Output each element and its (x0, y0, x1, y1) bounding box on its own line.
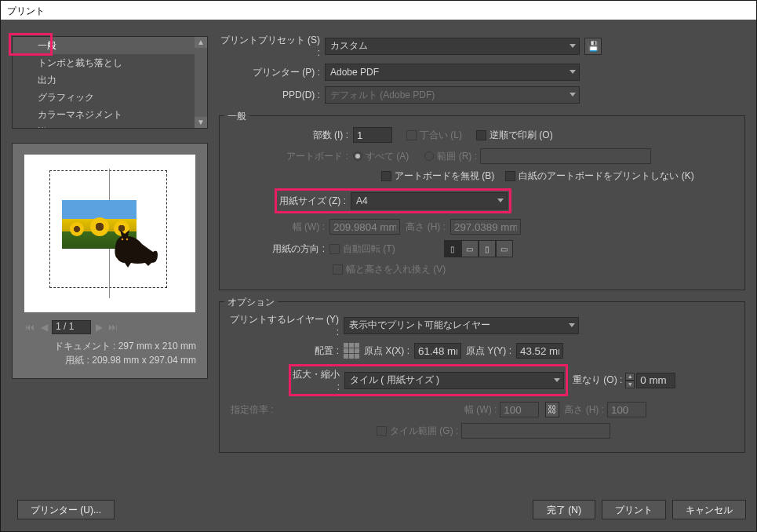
section-item-advanced[interactable]: 詳細 (13, 123, 207, 129)
skip-blank-checkbox[interactable] (505, 171, 515, 181)
pager-last-icon[interactable]: ⏭ (107, 321, 119, 333)
tile-range-input (461, 423, 610, 439)
paper-size-select[interactable]: A4 (351, 192, 508, 210)
link-wh-icon[interactable]: ⛓ (545, 402, 559, 417)
highlight-scale: 拡大・縮小 : タイル ( 用紙サイズ ) (289, 364, 568, 396)
overlap-stepper[interactable]: ▲▼ (625, 373, 675, 388)
artboard-label: アートボード : (227, 150, 353, 163)
print-button[interactable]: プリント (602, 500, 666, 519)
save-preset-icon[interactable]: 💾 (584, 38, 602, 55)
printer-select[interactable]: Adobe PDF (325, 64, 580, 81)
options-legend: オプション (224, 296, 278, 309)
paper-width-label: 幅 (W) : (227, 220, 329, 234)
auto-rotate-checkbox (329, 244, 340, 254)
preview-cat-icon (109, 227, 164, 271)
artboard-all-radio (353, 151, 362, 161)
auto-rotate-label: 自動回転 (T) (343, 242, 395, 256)
overlap-input[interactable] (636, 373, 675, 388)
section-list[interactable]: 一般 トンボと裁ち落とし 出力 グラフィック カラーマネジメント 詳細 ▲ ▼ (12, 36, 208, 129)
tile-range-label: タイル範囲 (G) : (390, 425, 458, 438)
pager-field[interactable]: 1 / 1 (52, 320, 91, 334)
preset-label: プリントプリセット (S) : (219, 34, 325, 58)
skip-blank-label: 白紙のアートボードをプリントしない (K) (519, 169, 693, 183)
copies-label: 部数 (I) : (227, 129, 353, 142)
ignore-artboard-label: アートボードを無視 (B) (395, 169, 494, 183)
swap-wh-checkbox (333, 264, 343, 275)
cancel-button[interactable]: キャンセル (672, 500, 746, 519)
ppd-select: デフォルト (Adobe PDF) (325, 86, 580, 104)
origin-y-label: 原点 Y(Y) : (466, 344, 511, 358)
preset-select[interactable]: カスタム (325, 38, 580, 55)
paper-size-text: 用紙 : 209.98 mm x 297.04 mm (24, 353, 196, 367)
svg-point-0 (122, 239, 123, 240)
ignore-artboard-checkbox[interactable] (381, 171, 391, 181)
orient-landscape-right-icon[interactable]: ▭ (496, 240, 513, 257)
window-title: プリント (1, 1, 756, 20)
artboard-range-label: 範囲 (R) : (437, 150, 477, 163)
orient-portrait-down-icon[interactable]: ▯ (479, 240, 496, 257)
section-item-general[interactable]: 一般 (13, 37, 207, 54)
orient-landscape-left-icon[interactable]: ▭ (461, 240, 479, 257)
scale-select[interactable]: タイル ( 用紙サイズ ) (344, 372, 564, 389)
orient-portrait-up-icon[interactable]: ▯ (444, 240, 461, 257)
ratio-label: 指定倍率 : (227, 403, 282, 417)
paper-width-input (329, 219, 400, 235)
doc-size-text: ドキュメント : 297 mm x 210 mm (24, 339, 196, 353)
artboard-range-radio (424, 151, 434, 161)
origin-x-label: 原点 X(X) : (364, 344, 409, 358)
printer-setup-button[interactable]: プリンター (U)... (17, 500, 115, 519)
pager-first-icon[interactable]: ⏮ (24, 321, 36, 333)
pager-next-icon[interactable]: ▶ (93, 321, 105, 333)
overlap-label: 重なり (O) : (573, 373, 622, 387)
section-item-marks[interactable]: トンボと裁ち落とし (13, 54, 207, 71)
section-item-color[interactable]: カラーマネジメント (13, 106, 207, 123)
section-item-output[interactable]: 出力 (13, 71, 207, 89)
list-scrollbar[interactable]: ▲ ▼ (195, 37, 207, 128)
done-button[interactable]: 完了 (N) (533, 500, 595, 519)
reverse-checkbox[interactable] (476, 130, 486, 140)
highlight-paper-size: 用紙サイズ (Z) : A4 (275, 188, 511, 213)
pager-prev-icon[interactable]: ◀ (38, 321, 50, 333)
layers-label: プリントするレイヤー (Y) : (227, 313, 344, 337)
reverse-label: 逆順で印刷 (O) (490, 129, 553, 142)
printer-label: プリンター (P) : (219, 66, 325, 79)
artboard-range-input (480, 148, 651, 164)
origin-y-input[interactable] (516, 343, 563, 359)
orientation-buttons[interactable]: ▯ ▭ ▯ ▭ (444, 240, 513, 257)
layers-select[interactable]: 表示中でプリント可能なレイヤー (344, 317, 579, 334)
preview-panel: ⏮ ◀ 1 / 1 ▶ ⏭ ドキュメント : 297 mm x 210 mm 用… (12, 143, 208, 379)
scale-w-label: 幅 (W) : (464, 403, 497, 417)
paper-size-label: 用紙サイズ (Z) : (278, 195, 351, 208)
ppd-label: PPD(D) : (219, 89, 325, 100)
placement-label: 配置 : (227, 344, 344, 358)
preview-canvas (24, 155, 195, 312)
scale-h-label: 高さ (H) : (564, 403, 604, 417)
artboard-all-label: すべて (A) (366, 150, 409, 163)
paper-height-input (450, 219, 521, 235)
scroll-up-icon[interactable]: ▲ (195, 37, 207, 48)
section-item-graphics[interactable]: グラフィック (13, 89, 207, 106)
paper-height-label: 高さ (H) : (400, 220, 450, 234)
svg-point-1 (126, 239, 128, 240)
orient-label: 用紙の方向 : (227, 242, 329, 256)
copies-input[interactable] (353, 127, 392, 143)
scale-h-input (607, 402, 646, 417)
placement-grid-icon[interactable] (344, 343, 359, 359)
scale-label: 拡大・縮小 : (293, 368, 344, 392)
general-legend: 一般 (224, 110, 249, 123)
scroll-down-icon[interactable]: ▼ (195, 117, 207, 128)
tile-range-checkbox (377, 426, 387, 436)
scale-w-input (500, 402, 539, 417)
collate-checkbox (406, 130, 417, 140)
origin-x-input[interactable] (414, 343, 461, 359)
swap-wh-label: 幅と高さを入れ換え (V) (346, 263, 446, 276)
collate-label: 丁合い (L) (420, 129, 462, 142)
